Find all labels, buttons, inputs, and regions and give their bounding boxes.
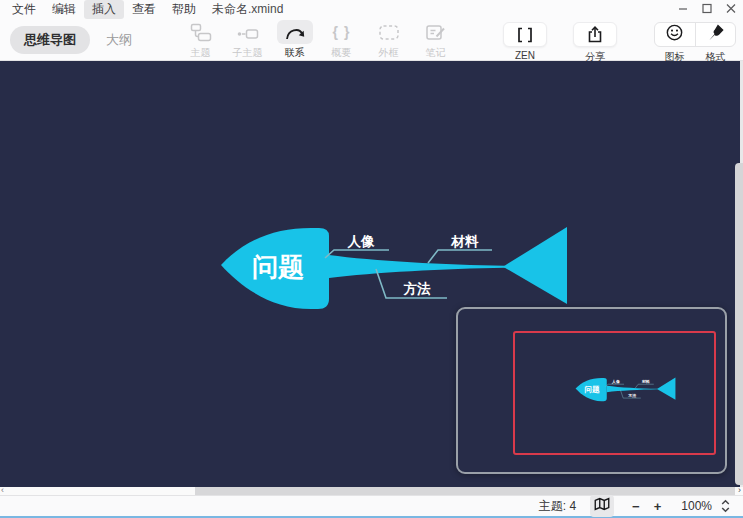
boundary-icon [371, 20, 407, 44]
fishbone-diagram[interactable] [219, 225, 569, 315]
note-button[interactable]: 笔记 [412, 20, 459, 60]
vertical-scrollbar-thumb[interactable] [735, 163, 743, 485]
smiley-icon [664, 22, 685, 47]
menu-help[interactable]: 帮助 [164, 0, 204, 19]
scroll-right-icon[interactable]: › [738, 485, 741, 495]
toolbar: 思维导图 大纲 主题 子主题 联系 { } 概要 外框 [0, 19, 743, 61]
marker-panel-button[interactable] [655, 23, 695, 46]
zoom-out-button[interactable]: − [628, 499, 644, 514]
zoom-spinner-icon[interactable] [720, 498, 731, 514]
titlebar: 文件 编辑 插入 查看 帮助 未命名.xmind [0, 0, 743, 19]
topic-button[interactable]: 主题 [177, 20, 224, 60]
format-pin-icon [705, 22, 726, 47]
format-panel-button[interactable] [695, 23, 736, 46]
horizontal-scrollbar-thumb[interactable] [195, 487, 735, 495]
scroll-left-icon[interactable]: ‹ [1, 485, 4, 495]
document-title: 未命名.xmind [212, 1, 283, 18]
relationship-button[interactable]: 联系 [271, 20, 318, 60]
minimize-icon[interactable] [677, 1, 689, 15]
menu-insert[interactable]: 插入 [84, 0, 124, 19]
zen-button[interactable]: ZEN [503, 22, 547, 61]
minimap-panel[interactable] [456, 307, 727, 474]
horizontal-scrollbar[interactable]: ‹ › [0, 487, 743, 495]
boundary-button[interactable]: 外框 [365, 20, 412, 60]
zen-mode-icon [503, 22, 547, 47]
share-button[interactable]: 分享 [573, 22, 617, 64]
zoom-level[interactable]: 100% [681, 499, 712, 513]
map-icon [593, 496, 611, 516]
subtopic-icon [230, 20, 266, 44]
topic-icon [183, 20, 219, 44]
view-toggle: 思维导图 大纲 [10, 26, 132, 54]
topic-count: 主题: 4 [539, 498, 576, 515]
mindmap-canvas[interactable]: 问题 人像 材料 方法 [0, 61, 743, 487]
summary-braces-icon: { } [324, 20, 360, 44]
menu-edit[interactable]: 编辑 [44, 0, 84, 19]
note-icon [418, 20, 454, 44]
zoom-in-button[interactable]: + [650, 499, 666, 514]
insert-tools: 主题 子主题 联系 { } 概要 外框 笔记 [177, 20, 459, 60]
minimap-toggle-button[interactable] [590, 495, 614, 517]
minimap-fishbone-thumbnail [575, 377, 676, 403]
summary-button[interactable]: { } 概要 [318, 20, 365, 60]
tab-outline[interactable]: 大纲 [106, 31, 132, 49]
statusbar: 主题: 4 − + 100% [0, 495, 743, 516]
window-controls [677, 1, 737, 15]
subtopic-button[interactable]: 子主题 [224, 20, 271, 60]
tab-mindmap[interactable]: 思维导图 [10, 26, 90, 54]
panel-toggles: 图标 格式 [654, 22, 736, 64]
share-icon [573, 22, 617, 47]
menu-file[interactable]: 文件 [4, 0, 44, 19]
menu-view[interactable]: 查看 [124, 0, 164, 19]
app-window: 文件 编辑 插入 查看 帮助 未命名.xmind 思维导图 大纲 主题 子主题 [0, 0, 743, 518]
maximize-icon[interactable] [701, 1, 713, 15]
close-icon[interactable] [725, 1, 737, 15]
relationship-icon [277, 20, 313, 44]
